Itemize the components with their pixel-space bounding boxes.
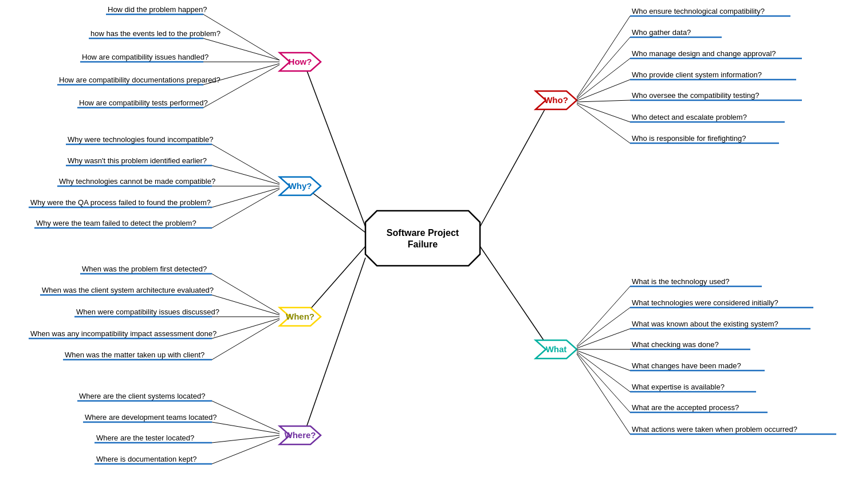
who-item-4: Who provide client system information? <box>632 70 762 79</box>
who-item-7: Who is responsible for firefighting? <box>632 134 746 143</box>
where-item-3: Where are the tester located? <box>96 434 194 442</box>
where-item-1: Where are the client systems located? <box>79 392 205 400</box>
why-item-4: Why were the QA process failed to found … <box>30 198 211 207</box>
who-item-1: Who ensure technological compatibility? <box>632 7 765 15</box>
why-label: Why? <box>289 181 312 191</box>
how-item-1: How did the problem happen? <box>108 5 207 14</box>
line-what-7 <box>577 353 630 412</box>
line-center-what <box>480 246 550 349</box>
line-center-how <box>304 62 365 227</box>
line-where-4 <box>212 437 280 464</box>
line-why-2 <box>212 166 280 184</box>
line-when-4 <box>212 318 280 338</box>
line-center-where <box>304 258 365 435</box>
line-who-4 <box>577 80 630 101</box>
line-when-2 <box>212 295 280 315</box>
line-why-5 <box>212 189 280 228</box>
line-where-3 <box>212 435 280 443</box>
what-label: What <box>546 344 567 354</box>
line-what-6 <box>577 352 630 392</box>
line-who-2 <box>577 37 630 99</box>
why-item-1: Why were technologies found incompatible… <box>68 135 213 144</box>
line-what-5 <box>577 351 630 371</box>
when-item-1: When was the problem first detected? <box>82 265 207 273</box>
line-how-2 <box>203 38 280 60</box>
line-who-1 <box>577 16 630 97</box>
when-item-4: When was any incompatibility impact asse… <box>30 329 217 338</box>
where-item-2: Where are development teams located? <box>85 413 217 422</box>
when-item-3: When were compatibility issues discussed… <box>76 308 219 316</box>
why-item-2: Why wasn't this problem identified earli… <box>68 156 207 165</box>
line-center-who <box>480 100 550 227</box>
line-who-5 <box>577 100 630 102</box>
what-item-1: What is the technology used? <box>632 277 730 286</box>
who-label: Who? <box>544 95 568 105</box>
how-item-5: How are compatibility tests performed? <box>79 99 208 107</box>
line-who-7 <box>577 104 630 143</box>
where-item-4: Where is documentation kept? <box>96 455 197 463</box>
who-item-5: Who oversee the compatibility testing? <box>632 91 760 100</box>
line-when-1 <box>212 274 280 314</box>
what-item-2: What technologies were considered initia… <box>632 298 778 307</box>
line-why-1 <box>212 144 280 183</box>
what-item-6: What expertise is available? <box>632 383 725 391</box>
line-who-3 <box>577 58 630 100</box>
who-item-2: Who gather data? <box>632 28 691 37</box>
center-node <box>365 211 480 266</box>
who-item-6: Who detect and escalate problem? <box>632 113 747 121</box>
what-item-7: What are the accepted process? <box>632 403 739 412</box>
line-what-8 <box>577 354 630 434</box>
why-item-3: Why technologies cannot be made compatib… <box>59 177 215 186</box>
line-who-6 <box>577 103 630 122</box>
mindmap-svg: Software Project Failure How? How did th… <box>0 0 846 504</box>
what-item-4: What checking was done? <box>632 340 719 349</box>
center-title-line1: Software Project <box>387 228 459 238</box>
line-where-2 <box>212 422 280 434</box>
how-label: How? <box>289 57 312 66</box>
line-what-1 <box>577 286 630 346</box>
line-how-5 <box>203 65 280 108</box>
line-center-when <box>304 246 365 317</box>
center-title-line2: Failure <box>408 239 438 249</box>
where-label: Where? <box>284 430 316 440</box>
what-item-5: What changes have been made? <box>632 361 741 370</box>
how-item-3: How are compatibility issues handled? <box>82 53 208 61</box>
how-item-2: how has the events led to the problem? <box>90 29 221 38</box>
when-label: When? <box>286 312 314 321</box>
line-where-1 <box>212 401 280 432</box>
when-item-2: When was the client system architecture … <box>42 286 214 294</box>
line-why-4 <box>212 188 280 207</box>
why-item-5: Why were the team failed to detect the p… <box>36 219 196 227</box>
what-item-8: What actions were taken when problem occ… <box>632 425 797 434</box>
what-item-3: What was known about the existing system… <box>632 320 778 328</box>
when-item-5: When was the matter taken up with client… <box>65 351 204 359</box>
line-what-2 <box>577 308 630 347</box>
line-what-3 <box>577 329 630 348</box>
line-when-5 <box>212 320 280 360</box>
who-item-3: Who manage design and change approval? <box>632 49 776 58</box>
how-item-4: How are compatibility documentations pre… <box>59 76 221 84</box>
mindmap-container: Software Project Failure How? How did th… <box>0 0 846 504</box>
